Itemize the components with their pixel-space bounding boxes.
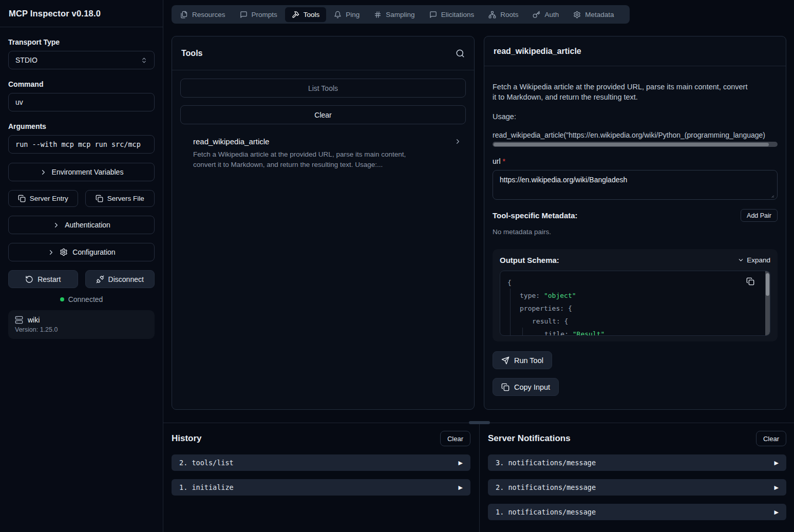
play-icon: ▶: [459, 485, 463, 490]
detail-panel-body: Fetch a Wikipedia article at the provide…: [484, 66, 786, 404]
command-input[interactable]: [8, 93, 155, 111]
tab-auth[interactable]: Auth: [526, 7, 565, 22]
tab-label: Roots: [500, 11, 518, 18]
url-param-label-row: url*: [493, 157, 778, 165]
usage-code: read_wikipedia_article("https://en.wikip…: [493, 131, 778, 139]
sidebar-body: Transport Type STDIO Command Arguments E…: [0, 38, 163, 339]
run-tool-button[interactable]: Run Tool: [493, 351, 552, 369]
authentication-label: Authentication: [65, 221, 110, 229]
clear-history-button[interactable]: Clear: [440, 431, 470, 446]
code-line: properties: {: [507, 302, 763, 315]
tab-elicitations[interactable]: Elicitations: [423, 7, 481, 22]
vertical-scrollbar[interactable]: [765, 271, 770, 335]
scrollbar-thumb[interactable]: [766, 273, 769, 296]
history-item[interactable]: 1. initialize ▶: [172, 479, 470, 496]
environment-variables-label: Environment Variables: [52, 168, 124, 176]
scrollbar-thumb[interactable]: [494, 143, 769, 146]
tab-label: Ping: [346, 11, 360, 18]
detail-panel-header: read_wikipedia_article: [484, 36, 786, 66]
code-line: title: "Result": [507, 328, 763, 336]
metadata-row: Tool-specific Metadata: Add Pair: [493, 209, 778, 222]
bottom-vertical-divider: [479, 423, 480, 532]
resize-handle-icon[interactable]: [768, 192, 774, 198]
indent-guide: [510, 289, 511, 335]
server-entry-label: Server Entry: [30, 195, 68, 202]
servers-file-button[interactable]: Servers File: [85, 190, 155, 207]
notification-item-label: 1. notifications/message: [496, 508, 596, 516]
tab-prompts[interactable]: Prompts: [233, 7, 284, 22]
tab-label: Auth: [544, 11, 559, 18]
chevron-down-icon: [738, 257, 744, 263]
disconnect-label: Disconnect: [108, 275, 144, 283]
tab-sampling[interactable]: Sampling: [367, 7, 421, 22]
tab-roots[interactable]: Roots: [482, 7, 525, 22]
top-nav: Resources Prompts Tools Ping Sampling El…: [172, 5, 630, 24]
tab-metadata[interactable]: Metadata: [566, 7, 620, 22]
search-icon[interactable]: [456, 49, 465, 58]
tools-panel-body: List Tools Clear read_wikipedia_article …: [172, 70, 474, 180]
configuration-button[interactable]: Configuration: [8, 243, 155, 261]
server-notifications-panel: Server Notifications Clear 3. notificati…: [488, 431, 786, 520]
server-entry-button[interactable]: Server Entry: [8, 190, 78, 207]
list-tools-button[interactable]: List Tools: [180, 79, 466, 98]
disconnect-button[interactable]: Disconnect: [85, 270, 155, 288]
code-line: result: {: [507, 315, 763, 328]
server-icon: [15, 316, 23, 324]
notification-item[interactable]: 1. notifications/message ▶: [488, 504, 786, 520]
url-input[interactable]: https://en.wikipedia.org/wiki/Bangladesh: [493, 170, 778, 200]
hash-icon: [374, 11, 382, 18]
sidebar-header: MCP Inspector v0.18.0: [0, 0, 163, 27]
restart-button[interactable]: Restart: [8, 270, 78, 288]
url-param-label: url: [493, 157, 501, 165]
run-tool-label: Run Tool: [514, 356, 543, 365]
tab-label: Metadata: [585, 11, 614, 18]
copy-schema-button[interactable]: [746, 277, 754, 286]
server-version: Version: 1.25.0: [15, 326, 148, 333]
arguments-label: Arguments: [8, 122, 155, 130]
indent-guide: [522, 328, 523, 335]
clear-tools-button[interactable]: Clear: [180, 105, 466, 124]
history-title: History: [172, 433, 202, 444]
horizontal-scrollbar[interactable]: [493, 142, 778, 147]
tab-resources[interactable]: Resources: [174, 7, 232, 22]
notification-item-label: 2. notifications/message: [496, 483, 596, 491]
connection-status-text: Connected: [68, 295, 103, 303]
chevron-right-icon: [454, 138, 462, 145]
notification-item[interactable]: 2. notifications/message ▶: [488, 479, 786, 496]
notifications-title: Server Notifications: [488, 433, 571, 444]
expand-schema-button[interactable]: Expand: [738, 256, 770, 264]
transport-type-select[interactable]: STDIO: [8, 51, 155, 69]
history-panel: History Clear 2. tools/list ▶ 1. initial…: [172, 431, 470, 496]
play-icon: ▶: [774, 460, 779, 466]
tool-description: Fetch a Wikipedia article at the provide…: [193, 149, 429, 170]
app-title: MCP Inspector v0.18.0: [9, 9, 101, 18]
chevron-right-icon: [40, 168, 47, 176]
key-icon: [533, 11, 540, 18]
entry-buttons-row: Server Entry Servers File: [8, 190, 155, 207]
authentication-button[interactable]: Authentication: [8, 216, 155, 234]
history-item[interactable]: 2. tools/list ▶: [172, 454, 470, 471]
history-item-label: 2. tools/list: [179, 459, 234, 467]
tab-label: Resources: [192, 11, 225, 18]
connected-dot-icon: [60, 297, 64, 301]
tab-tools[interactable]: Tools: [285, 7, 327, 22]
copy-input-button[interactable]: Copy Input: [493, 378, 559, 396]
tab-ping[interactable]: Ping: [327, 7, 366, 22]
files-icon: [180, 11, 188, 18]
copy-icon: [501, 383, 509, 391]
unplug-icon: [96, 275, 104, 283]
arguments-input[interactable]: [8, 135, 155, 154]
tool-list-item[interactable]: read_wikipedia_article Fetch a Wikipedia…: [180, 135, 466, 172]
chevron-right-icon: [47, 249, 55, 256]
main-area: Resources Prompts Tools Ping Sampling El…: [163, 0, 794, 532]
notification-item[interactable]: 3. notifications/message ▶: [488, 454, 786, 471]
command-label: Command: [8, 80, 155, 88]
environment-variables-button[interactable]: Environment Variables: [8, 163, 155, 181]
clear-notifications-button[interactable]: Clear: [756, 431, 786, 446]
server-name: wiki: [28, 316, 40, 324]
connection-status: Connected: [8, 295, 155, 303]
notification-item-label: 3. notifications/message: [496, 459, 596, 467]
resize-drag-handle[interactable]: [469, 421, 490, 424]
add-pair-button[interactable]: Add Pair: [741, 209, 778, 222]
tab-label: Elicitations: [441, 11, 475, 18]
